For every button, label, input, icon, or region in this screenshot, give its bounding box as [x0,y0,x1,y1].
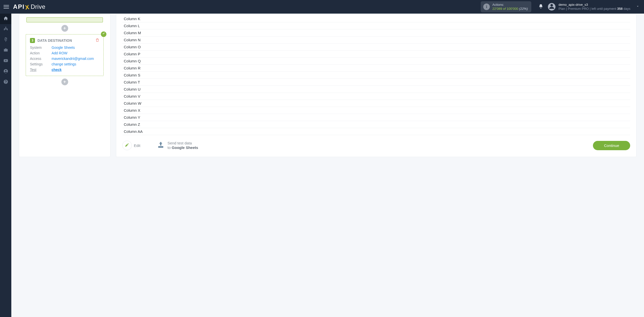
notifications-button[interactable] [535,1,546,12]
pencil-icon [125,143,129,148]
dollar-icon [3,37,8,43]
kv-test-label: Test [30,68,52,72]
user-circle-icon [3,69,8,75]
top-header: APIXDrive i Actions: 22'089 of 100'000 (… [0,0,644,14]
plan-name: Premium PRO [568,7,589,11]
sidebar-services[interactable] [0,45,11,56]
edit-label: Edit [134,143,140,148]
edit-circle [122,141,132,150]
prev-step-block[interactable] [26,17,103,22]
delete-step-button[interactable] [95,38,99,43]
plan-mid: | left until payment [590,7,617,11]
column-item[interactable]: Column Q [122,58,630,65]
actions-label: Actions: [492,3,528,7]
sidebar-billing[interactable] [0,35,11,45]
kv-settings-value[interactable]: change settings [52,62,76,66]
sidebar-connections[interactable] [0,24,11,35]
sidebar-account[interactable] [0,66,11,77]
data-destination-box[interactable]: 3 DATA DESTINATION System Google Sheets … [26,34,104,76]
bell-icon [538,4,543,10]
card-footer: Edit Send test data to Google Sheets Con… [122,135,630,150]
columns-list: Column KColumn LColumn MColumn NColumn O… [122,15,630,135]
add-step-button-top[interactable]: + [61,25,68,32]
user-icon [549,3,555,10]
svg-point-8 [5,83,6,83]
actions-of: of [503,7,506,11]
svg-point-6 [5,70,6,71]
steps-card: + 3 DATA DESTINATION System Google Sheet… [19,14,110,157]
kv-settings-label: Settings [30,62,52,66]
column-item[interactable]: Column T [122,79,630,86]
send-test-button[interactable]: Send test data to Google Sheets [156,141,198,150]
actions-counter[interactable]: i Actions: 22'089 of 100'000 (22%) [481,1,531,12]
svg-point-0 [550,4,553,7]
sidebar-home[interactable] [0,14,11,24]
step-complete-badge [101,31,106,37]
column-item[interactable]: Column W [122,100,630,107]
avatar [548,3,555,11]
edit-button[interactable]: Edit [122,141,140,150]
step-title: DATA DESTINATION [37,38,93,43]
actions-pct: (22%) [519,7,528,11]
actions-used: 22'089 [492,7,502,11]
column-item[interactable]: Column R [122,65,630,72]
user-info: demo_apix-drive_s3 Plan | Premium PRO | … [558,3,630,11]
step-number: 3 [30,38,35,43]
hamburger-button[interactable] [3,3,10,11]
kv-system-value[interactable]: Google Sheets [52,46,75,50]
svg-rect-3 [7,29,8,30]
chevron-down-icon [636,5,639,9]
column-item[interactable]: Column AA [122,128,630,135]
help-icon [3,79,8,85]
sidebar-videos[interactable] [0,56,11,66]
username: demo_apix-drive_s3 [558,3,630,7]
kv-access-value[interactable]: maverickandrii@gmail.com [52,57,94,61]
column-item[interactable]: Column V [122,93,630,100]
columns-card: Column KColumn LColumn MColumn NColumn O… [116,14,636,157]
kv-action-value[interactable]: Add ROW [52,51,67,55]
svg-rect-2 [4,29,5,30]
left-sidebar [0,14,11,317]
kv-test-value[interactable]: check [52,68,62,72]
column-item[interactable]: Column M [122,29,630,36]
check-icon [102,32,105,36]
add-step-button-bottom[interactable]: + [61,78,68,85]
upload-icon [156,141,165,150]
send-line1: Send test data [168,141,198,145]
column-item[interactable]: Column P [122,51,630,58]
column-item[interactable]: Column N [122,36,630,44]
continue-button[interactable]: Continue [593,141,630,150]
svg-rect-1 [5,27,6,28]
briefcase-icon [3,48,8,54]
user-menu[interactable]: demo_apix-drive_s3 Plan | Premium PRO | … [548,3,639,11]
info-icon: i [483,4,490,10]
column-item[interactable]: Column S [122,72,630,79]
column-item[interactable]: Column Y [122,114,630,121]
sitemap-icon [3,26,8,32]
brand-logo[interactable]: APIXDrive [13,3,46,10]
column-item[interactable]: Column U [122,86,630,93]
home-icon [3,16,8,22]
kv-access-label: Access [30,57,52,61]
column-item[interactable]: Column Z [122,121,630,128]
sidebar-help[interactable] [0,77,11,88]
column-item[interactable]: Column X [122,107,630,114]
actions-text: Actions: 22'089 of 100'000 (22%) [492,3,528,11]
send-dest: Google Sheets [172,145,198,150]
plan-suffix: days [624,7,630,11]
plan-days: 358 [617,7,623,11]
send-text: Send test data to Google Sheets [168,141,198,150]
column-item[interactable]: Column K [122,15,630,22]
column-item[interactable]: Column L [122,22,630,29]
plan-prefix: Plan | [558,7,567,11]
send-to: to [168,145,172,150]
column-item[interactable]: Column O [122,44,630,51]
kv-action-label: Action [30,51,52,55]
kv-system-label: System [30,46,52,50]
page-body: + 3 DATA DESTINATION System Google Sheet… [11,14,644,317]
trash-icon [95,38,99,43]
actions-total: 100'000 [507,7,518,11]
youtube-icon [3,58,8,64]
